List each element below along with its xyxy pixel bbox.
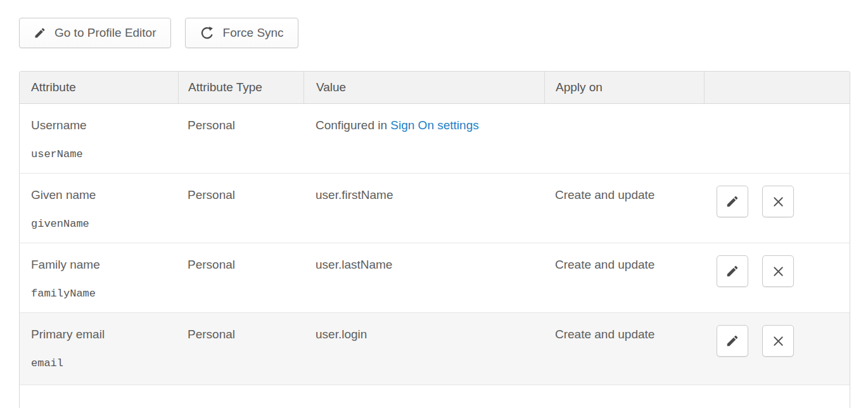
edit-mapping-button[interactable] <box>717 325 748 357</box>
column-header-attribute: Attribute <box>20 72 178 103</box>
value-text: Configured in <box>316 118 390 132</box>
delete-mapping-button[interactable] <box>762 186 794 217</box>
close-icon <box>772 265 785 278</box>
column-header-attribute-type: Attribute Type <box>178 72 303 103</box>
attribute-name: Family name <box>31 258 178 272</box>
attribute-variable: givenName <box>31 218 178 230</box>
attribute-cell: Username userName <box>20 104 178 173</box>
value-cell: user.lastName <box>303 243 544 312</box>
toolbar: Go to Profile Editor Force Sync <box>19 18 850 48</box>
actions-cell <box>704 104 850 173</box>
column-header-apply-on: Apply on <box>544 72 704 103</box>
column-header-actions <box>704 72 850 103</box>
actions-cell <box>704 174 850 243</box>
attribute-type-cell: Personal <box>178 313 303 385</box>
table-row: Primary email email Personal user.login … <box>20 313 850 385</box>
pencil-icon <box>725 264 739 278</box>
attribute-name: Username <box>31 118 178 132</box>
value-cell: user.firstName <box>303 174 544 243</box>
pencil-icon <box>34 27 46 39</box>
refresh-icon <box>200 25 215 41</box>
table-row: Username userName Personal Configured in… <box>20 104 850 174</box>
attribute-variable: email <box>31 357 178 369</box>
actions-cell <box>704 243 850 312</box>
table-row: Family name familyName Personal user.las… <box>20 243 850 313</box>
pencil-icon <box>725 334 739 348</box>
table-header-row: Attribute Attribute Type Value Apply on <box>20 72 850 104</box>
attributes-table: Attribute Attribute Type Value Apply on … <box>19 71 850 408</box>
attribute-cell: Given name givenName <box>20 174 178 243</box>
attribute-name: Primary email <box>31 328 178 341</box>
edit-mapping-button[interactable] <box>717 255 748 287</box>
delete-mapping-button[interactable] <box>762 255 794 287</box>
pencil-icon <box>725 194 739 208</box>
apply-on-cell: Create and update <box>544 313 704 385</box>
attribute-variable: familyName <box>31 288 178 300</box>
attribute-type-cell: Personal <box>178 174 303 243</box>
attribute-type-cell: Personal <box>178 243 303 312</box>
close-icon <box>772 335 785 348</box>
apply-on-cell: Create and update <box>544 243 704 312</box>
value-cell: Configured in Sign On settings <box>303 104 544 173</box>
force-sync-label: Force Sync <box>223 26 284 40</box>
attribute-variable: userName <box>31 148 178 160</box>
apply-on-cell <box>544 104 704 173</box>
table-row: Given name givenName Personal user.first… <box>20 174 850 243</box>
attribute-type-cell: Personal <box>178 104 303 173</box>
attribute-name: Given name <box>31 188 178 202</box>
actions-cell <box>704 313 850 385</box>
go-to-profile-editor-label: Go to Profile Editor <box>54 26 156 40</box>
column-header-value: Value <box>303 72 544 103</box>
apply-on-cell: Create and update <box>544 174 704 243</box>
go-to-profile-editor-button[interactable]: Go to Profile Editor <box>19 18 171 48</box>
delete-mapping-button[interactable] <box>762 325 794 357</box>
close-icon <box>772 195 785 208</box>
attribute-cell: Primary email email <box>20 313 178 385</box>
force-sync-button[interactable]: Force Sync <box>185 18 298 48</box>
attribute-mappings-page: Go to Profile Editor Force Sync Attribut… <box>0 0 868 408</box>
edit-mapping-button[interactable] <box>717 186 748 217</box>
value-cell: user.login <box>303 313 544 385</box>
sign-on-settings-link[interactable]: Sign On settings <box>390 118 478 132</box>
next-row-partial <box>20 385 850 408</box>
attribute-cell: Family name familyName <box>20 243 178 312</box>
